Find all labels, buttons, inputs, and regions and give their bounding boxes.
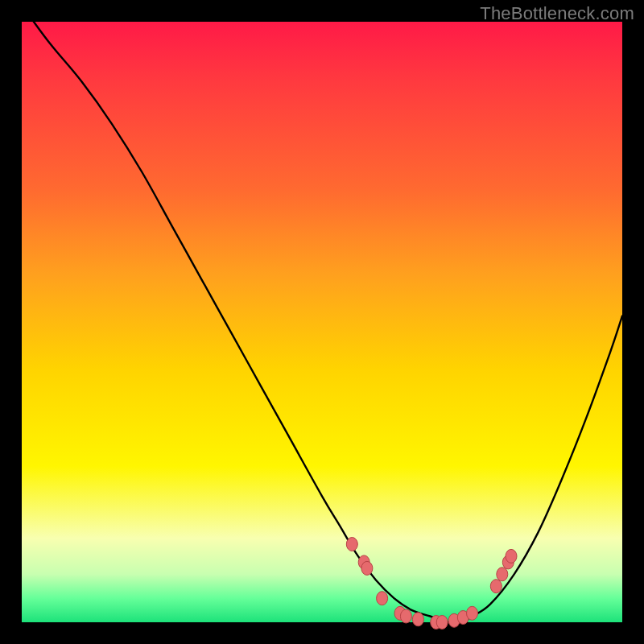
chart-frame: TheBottleneck.com bbox=[0, 0, 644, 644]
curve-marker bbox=[490, 580, 502, 593]
curve-svg bbox=[22, 22, 622, 622]
curve-marker bbox=[436, 616, 448, 630]
curve-marker bbox=[467, 606, 478, 620]
curve-markers bbox=[346, 538, 517, 630]
bottleneck-curve bbox=[34, 22, 622, 623]
curve-marker bbox=[361, 561, 373, 575]
curve-marker bbox=[497, 568, 508, 581]
curve-marker bbox=[506, 549, 517, 563]
curve-marker bbox=[400, 609, 411, 623]
curve-marker bbox=[346, 538, 357, 551]
curve-marker bbox=[412, 613, 423, 626]
watermark-text: TheBottleneck.com bbox=[480, 3, 634, 24]
curve-marker bbox=[377, 592, 388, 605]
